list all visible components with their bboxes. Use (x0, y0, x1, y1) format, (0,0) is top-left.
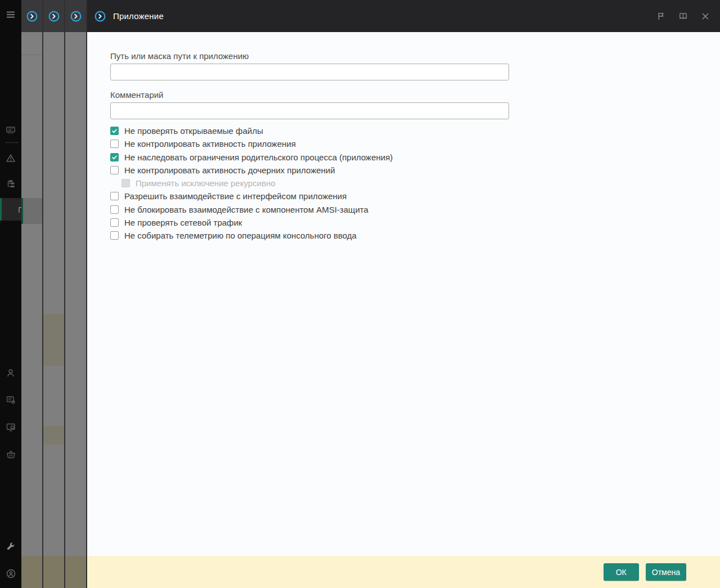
checkbox-checked[interactable] (110, 153, 119, 161)
checkbox-row: Не собирать телеметрию по операциям конс… (110, 231, 509, 240)
sidebar-item-alerts[interactable] (0, 151, 21, 165)
sidebar-item-label: П (18, 205, 21, 214)
sidebar: П (0, 0, 21, 588)
circle-chevron-icon (26, 11, 38, 22)
background-panel-footer (21, 556, 42, 588)
checkbox-row: Не контролировать активность приложения (110, 140, 509, 148)
cancel-button[interactable]: Отмена (646, 563, 686, 581)
background-panel-tab[interactable] (65, 0, 86, 32)
exclusion-form: Путь или маска пути к приложению Коммент… (87, 32, 509, 240)
tree-icon (6, 179, 16, 189)
sidebar-item-users[interactable] (0, 366, 21, 380)
checkbox-unchecked[interactable] (110, 205, 119, 214)
checkbox-label: Не контролировать активность приложения (124, 140, 296, 148)
monitor-search-icon (6, 422, 16, 433)
checkbox-label: Применять исключение рекурсивно (136, 179, 276, 187)
sidebar-item-devices[interactable] (0, 123, 21, 138)
hamburger-icon (5, 9, 16, 20)
comment-label: Комментарий (110, 91, 509, 99)
dialog-body: Путь или маска пути к приложению Коммент… (87, 32, 720, 556)
flag-icon[interactable] (656, 11, 666, 21)
sidebar-item-settings[interactable] (0, 539, 21, 554)
dialog-header: Приложение (87, 0, 720, 32)
background-panel (43, 0, 65, 588)
checkbox-row: Не блокировать взаимодействие с компонен… (110, 205, 509, 214)
sidebar-item-reports[interactable] (0, 393, 21, 407)
checkbox-label: Не контролировать активность дочерних пр… (124, 166, 335, 174)
titlebar-actions (656, 11, 720, 21)
background-panel-dimmed-content (21, 32, 42, 556)
background-panel-footer (43, 556, 64, 588)
checkbox-label: Не проверять открываемые файлы (124, 127, 263, 135)
exclusion-options-list: Не проверять открываемые файлыНе контрол… (110, 127, 509, 240)
warning-triangle-icon (6, 153, 16, 163)
checkbox-row: Не проверять открываемые файлы (110, 127, 509, 135)
checkbox-unchecked[interactable] (110, 192, 119, 200)
user-icon (6, 368, 16, 378)
checkbox-unchecked[interactable] (110, 166, 119, 174)
document-gear-icon (6, 395, 16, 406)
checkbox-label: Не проверять сетевой трафик (124, 218, 242, 227)
sidebar-item-hierarchy[interactable] (0, 177, 21, 191)
path-input[interactable] (110, 64, 509, 80)
sidebar-item-discovery[interactable] (0, 420, 21, 434)
circle-chevron-icon (94, 11, 106, 22)
wrench-icon (6, 541, 16, 551)
checkbox-unchecked (122, 179, 130, 187)
checkbox-row: Применять исключение рекурсивно (122, 179, 509, 187)
circle-chevron-icon (48, 11, 60, 22)
sidebar-item-account[interactable] (0, 566, 21, 581)
background-panel (21, 0, 43, 588)
background-panel-stack (21, 0, 87, 588)
checkbox-unchecked[interactable] (110, 218, 119, 227)
checkbox-label: Не собирать телеметрию по операциям конс… (124, 231, 357, 240)
server-icon (6, 125, 16, 136)
hamburger-menu-button[interactable] (0, 7, 21, 23)
ok-button[interactable]: ОК (604, 563, 639, 581)
path-label: Путь или маска пути к приложению (110, 52, 509, 60)
dialog-footer: ОК Отмена (87, 556, 720, 588)
close-icon[interactable] (700, 11, 710, 21)
checkbox-row: Не наследовать ограничения родительского… (110, 153, 509, 161)
checkbox-row: Не проверять сетевой трафик (110, 218, 509, 227)
background-panel-dimmed-content (65, 32, 86, 556)
checkbox-row: Разрешить взаимодействие с интерфейсом п… (110, 192, 509, 200)
background-panel-dimmed-content (43, 32, 64, 556)
background-panel-footer (65, 556, 86, 588)
sidebar-separator (6, 142, 18, 143)
basket-icon (6, 449, 16, 460)
sidebar-item-current-section[interactable]: П (0, 198, 21, 221)
checkbox-unchecked[interactable] (110, 140, 119, 148)
checkbox-checked[interactable] (110, 127, 119, 135)
sidebar-item-marketplace[interactable] (0, 447, 21, 461)
checkbox-label: Не блокировать взаимодействие с компонен… (124, 205, 368, 214)
checkbox-label: Разрешить взаимодействие с интерфейсом п… (124, 192, 346, 200)
background-panel-tab[interactable] (43, 0, 64, 32)
checkbox-row: Не контролировать активность дочерних пр… (110, 166, 509, 174)
application-exclusion-dialog: Приложение Путь или маска пути к приложе… (87, 0, 720, 588)
comment-input[interactable] (110, 102, 509, 119)
checkbox-unchecked[interactable] (110, 231, 119, 240)
account-circle-icon (6, 568, 16, 579)
background-panel (65, 0, 87, 588)
dialog-title: Приложение (113, 11, 164, 21)
book-icon[interactable] (678, 11, 688, 21)
background-panel-tab[interactable] (21, 0, 42, 32)
checkbox-label: Не наследовать ограничения родительского… (124, 153, 393, 161)
circle-chevron-icon (70, 11, 82, 22)
